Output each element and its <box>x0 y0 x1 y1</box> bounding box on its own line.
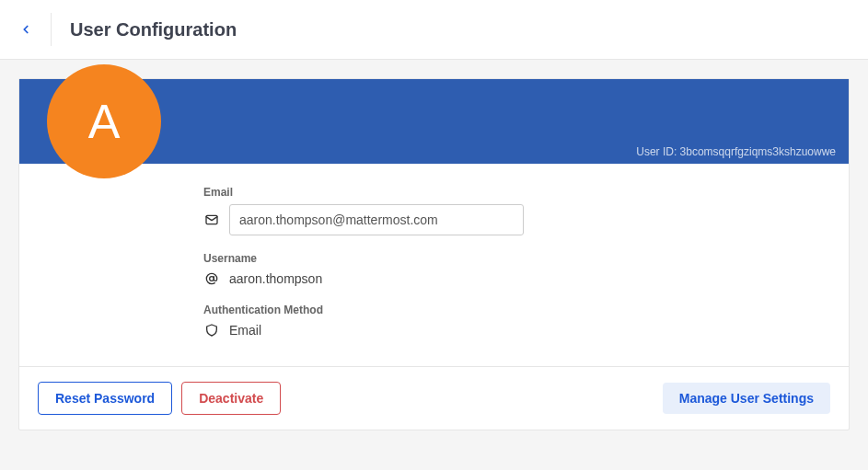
user-id-prefix: User ID: <box>636 145 679 158</box>
reset-password-button[interactable]: Reset Password <box>38 382 172 415</box>
field-auth-method: Authentication Method Email <box>203 304 827 338</box>
auth-method-row: Email <box>203 322 827 338</box>
page-header: User Configuration <box>0 0 868 60</box>
avatar: A <box>47 64 161 178</box>
svg-point-1 <box>210 277 214 281</box>
deactivate-button[interactable]: Deactivate <box>181 382 281 415</box>
username-label: Username <box>203 252 827 265</box>
email-input[interactable] <box>229 204 524 235</box>
fields-section: Email Username aaron.thompson <box>19 164 849 366</box>
back-button[interactable] <box>18 13 52 46</box>
email-label: Email <box>203 186 827 199</box>
user-id-display: User ID: 3bcomsqqrfgziqms3kshzuowwe <box>636 145 836 158</box>
manage-user-settings-button[interactable]: Manage User Settings <box>663 383 830 414</box>
user-banner: A User ID: 3bcomsqqrfgziqms3kshzuowwe <box>19 79 849 164</box>
chevron-left-icon <box>19 23 32 36</box>
content-area: A User ID: 3bcomsqqrfgziqms3kshzuowwe Em… <box>0 60 868 449</box>
auth-method-label: Authentication Method <box>203 304 827 316</box>
shield-icon <box>203 322 220 338</box>
user-id-value: 3bcomsqqrfgziqms3kshzuowwe <box>680 145 836 158</box>
username-row: aaron.thompson <box>203 270 827 287</box>
username-value: aaron.thompson <box>229 271 322 286</box>
email-icon <box>203 212 220 228</box>
auth-method-value: Email <box>229 323 261 338</box>
user-card: A User ID: 3bcomsqqrfgziqms3kshzuowwe Em… <box>18 78 850 430</box>
card-footer: Reset Password Deactivate Manage User Se… <box>19 366 849 430</box>
at-icon <box>203 270 220 287</box>
email-row <box>203 204 827 235</box>
field-username: Username aaron.thompson <box>203 252 827 287</box>
avatar-letter: A <box>88 94 121 149</box>
page-title: User Configuration <box>70 19 237 40</box>
field-email: Email <box>203 186 827 235</box>
